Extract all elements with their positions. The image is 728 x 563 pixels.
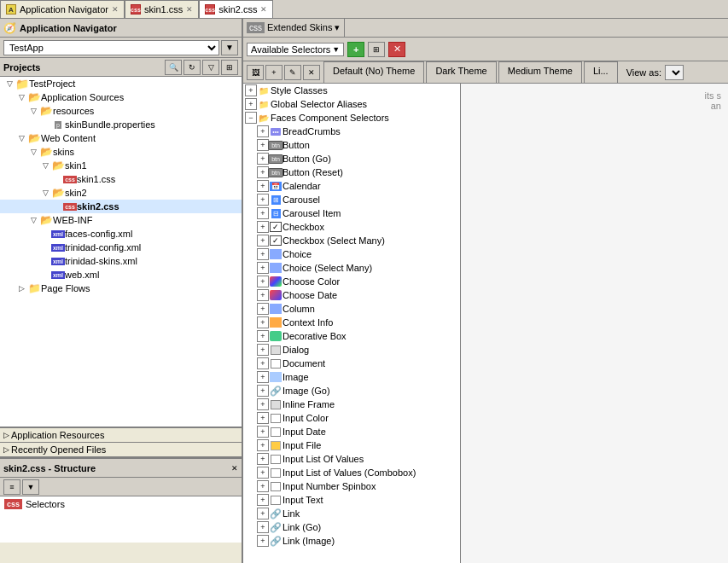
toggle-dialog[interactable]: + xyxy=(257,344,269,356)
toggle-decorative-box[interactable]: + xyxy=(257,330,269,342)
refresh-btn[interactable]: ↻ xyxy=(183,60,201,75)
tab-skin2[interactable]: css skin2.css ✕ xyxy=(199,0,273,18)
tree-item-web-xml[interactable]: xml web.xml xyxy=(0,268,242,282)
tree-item-skin2-css[interactable]: css skin2.css xyxy=(0,200,242,213)
selector-item-style-classes[interactable]: + 📁 Style Classes xyxy=(243,84,460,97)
toggle-input-file[interactable]: + xyxy=(257,439,269,451)
tab-default-theme[interactable]: Default (No) Theme xyxy=(323,61,424,83)
selector-item-button[interactable]: + btn Button xyxy=(243,138,460,152)
toggle-skins[interactable]: ▽ xyxy=(27,146,39,158)
selector-item-context-info[interactable]: + Context Info xyxy=(243,316,460,329)
toggle-carousel-item[interactable]: + xyxy=(257,207,269,219)
toggle-app-sources[interactable]: ▽ xyxy=(15,91,27,103)
toggle-input-text[interactable]: + xyxy=(257,494,269,506)
selector-item-global-aliases[interactable]: + 📁 Global Selector Aliases xyxy=(243,97,460,111)
theme-edit-btn[interactable]: ✎ xyxy=(284,65,301,80)
search-btn[interactable]: 🔍 xyxy=(165,60,182,75)
selector-item-calendar[interactable]: + 📅 Calendar xyxy=(243,179,460,193)
config-btn[interactable]: ⊞ xyxy=(221,60,238,75)
theme-icon-btn1[interactable]: 🖼 xyxy=(247,65,264,80)
selector-item-decorative-box[interactable]: + Decorative Box xyxy=(243,329,460,343)
structure-list-btn[interactable]: ≡ xyxy=(3,479,20,495)
view-as-select[interactable] xyxy=(665,65,684,80)
selector-item-checkbox[interactable]: + ✓ Checkbox xyxy=(243,220,460,234)
tree-item-faces-config[interactable]: xml faces-config.xml xyxy=(0,227,242,241)
toggle-link[interactable]: + xyxy=(257,508,269,519)
toggle-button-go[interactable]: + xyxy=(257,153,269,165)
structure-item-selectors[interactable]: css Selectors xyxy=(3,498,238,510)
selector-item-link-image[interactable]: + 🔗 Link (Image) xyxy=(243,534,460,548)
structure-close-btn[interactable]: ✕ xyxy=(231,464,238,473)
selector-item-button-reset[interactable]: + btn Button (Reset) xyxy=(243,165,460,179)
selector-item-choose-color[interactable]: + Choose Color xyxy=(243,275,460,288)
extended-skins-label[interactable]: Extended Skins ▾ xyxy=(267,22,341,33)
toggle-global-aliases[interactable]: + xyxy=(245,98,257,110)
selector-item-image-go[interactable]: + 🔗 Image (Go) xyxy=(243,384,460,398)
toggle-checkbox[interactable]: + xyxy=(257,221,269,233)
toggle-testproject[interactable]: ▽ xyxy=(3,78,15,90)
tab-medium-theme[interactable]: Medium Theme xyxy=(498,61,582,83)
filter-btn[interactable]: ▽ xyxy=(202,60,219,75)
toggle-input-lov[interactable]: + xyxy=(257,453,269,465)
tab-skin2-close[interactable]: ✕ xyxy=(260,5,267,14)
toggle-image[interactable]: + xyxy=(257,371,269,383)
selector-item-button-go[interactable]: + btn Button (Go) xyxy=(243,152,460,165)
selector-item-input-lov[interactable]: + Input List Of Values xyxy=(243,452,460,466)
tab-app-navigator[interactable]: A Application Navigator ✕ xyxy=(0,0,125,18)
theme-delete-btn[interactable]: ✕ xyxy=(303,65,320,80)
toggle-web-content[interactable]: ▽ xyxy=(15,132,27,144)
recently-opened-row[interactable]: ▷ Recently Opened Files xyxy=(0,443,242,456)
toggle-style-classes[interactable]: + xyxy=(245,84,257,96)
selector-item-breadcrumbs[interactable]: + ••• BreadCrumbs xyxy=(243,125,460,138)
theme-add-btn[interactable]: + xyxy=(265,65,282,80)
toggle-checkbox-many[interactable]: + xyxy=(257,235,269,247)
expand-all-btn[interactable]: ⊞ xyxy=(368,42,385,57)
selector-item-choice[interactable]: + Choice xyxy=(243,247,460,261)
selector-item-input-color[interactable]: + Input Color xyxy=(243,411,460,425)
tree-item-resources[interactable]: ▽ 📂 resources xyxy=(0,104,242,118)
add-selector-btn[interactable]: + xyxy=(347,42,364,57)
toggle-choose-date[interactable]: + xyxy=(257,289,269,301)
tab-skin1[interactable]: css skin1.css ✕ xyxy=(125,0,199,18)
toggle-carousel[interactable]: + xyxy=(257,194,269,206)
toggle-column[interactable]: + xyxy=(257,303,269,315)
tree-item-skin2-folder[interactable]: ▽ 📂 skin2 xyxy=(0,186,242,200)
tree-item-app-sources[interactable]: ▽ 📂 Application Sources xyxy=(0,90,242,104)
selector-item-carousel[interactable]: + ⊞ Carousel xyxy=(243,193,460,206)
toggle-input-color[interactable]: + xyxy=(257,412,269,424)
selector-item-input-spinbox[interactable]: + Input Number Spinbox xyxy=(243,479,460,493)
selector-item-document[interactable]: + Document xyxy=(243,357,460,370)
tree-item-web-content[interactable]: ▽ 📂 Web Content xyxy=(0,131,242,145)
selector-item-dialog[interactable]: + Dialog xyxy=(243,343,460,357)
toggle-input-spinbox[interactable]: + xyxy=(257,480,269,492)
toggle-web-inf[interactable]: ▽ xyxy=(27,214,39,226)
tree-item-web-inf[interactable]: ▽ 📂 WEB-INF xyxy=(0,213,242,227)
structure-dropdown-btn[interactable]: ▼ xyxy=(22,479,39,495)
toggle-inline-frame[interactable]: + xyxy=(257,398,269,410)
toggle-faces-component[interactable]: − xyxy=(245,112,257,124)
selector-item-checkbox-select-many[interactable]: + ✓ Checkbox (Select Many) xyxy=(243,234,460,247)
toggle-image-go[interactable]: + xyxy=(257,385,269,397)
toggle-button-reset[interactable]: + xyxy=(257,166,269,178)
toggle-resources[interactable]: ▽ xyxy=(27,105,39,117)
toggle-calendar[interactable]: + xyxy=(257,180,269,192)
app-toolbar-btn1[interactable]: ▼ xyxy=(221,40,238,55)
toggle-link-image[interactable]: + xyxy=(257,535,269,547)
selector-item-image[interactable]: + Image xyxy=(243,370,460,384)
toggle-page-flows[interactable]: ▷ xyxy=(15,282,27,294)
toggle-choice-many[interactable]: + xyxy=(257,262,269,274)
toggle-input-date[interactable]: + xyxy=(257,426,269,438)
selector-item-input-lov-combo[interactable]: + Input List of Values (Combobox) xyxy=(243,466,460,479)
selector-item-inline-frame[interactable]: + Inline Frame xyxy=(243,398,460,411)
selector-item-input-date[interactable]: + Input Date xyxy=(243,425,460,438)
tree-item-skin1-css[interactable]: css skin1.css xyxy=(0,172,242,186)
tab-light-theme[interactable]: Li... xyxy=(584,61,618,83)
app-resources-row[interactable]: ▷ Application Resources xyxy=(0,428,242,442)
toggle-context-info[interactable]: + xyxy=(257,316,269,328)
tab-app-navigator-close[interactable]: ✕ xyxy=(112,5,119,14)
delete-selector-btn[interactable]: ✕ xyxy=(388,42,405,57)
tree-item-testproject[interactable]: ▽ 📁 TestProject xyxy=(0,77,242,90)
toggle-breadcrumbs[interactable]: + xyxy=(257,125,269,137)
toggle-skin2-folder[interactable]: ▽ xyxy=(39,187,51,199)
selector-item-input-text[interactable]: + Input Text xyxy=(243,493,460,507)
